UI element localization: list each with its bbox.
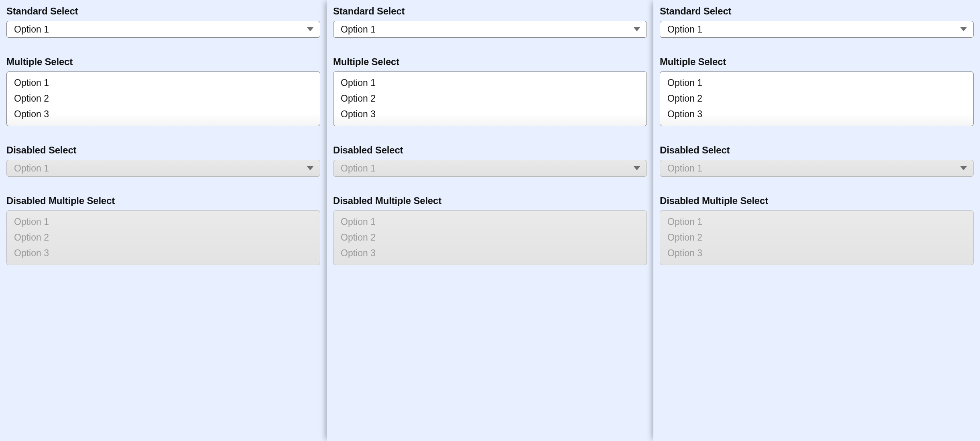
- disabled-select-label: Disabled Select: [333, 145, 647, 156]
- standard-select-value: Option 1: [341, 24, 376, 35]
- standard-select[interactable]: Option 1: [333, 21, 647, 38]
- disabled-multiple-select-group: Disabled Multiple Select Option 1 Option…: [6, 195, 320, 265]
- list-item[interactable]: Option 3: [336, 106, 644, 122]
- standard-select[interactable]: Option 1: [660, 21, 974, 38]
- standard-select-value: Option 1: [667, 24, 702, 35]
- multiple-select-group: Multiple Select Option 1 Option 2 Option…: [660, 56, 974, 126]
- list-item: Option 3: [9, 245, 317, 261]
- disabled-select-value: Option 1: [667, 163, 702, 174]
- disabled-multiple-select: Option 1 Option 2 Option 3: [333, 210, 647, 265]
- svg-marker-3: [634, 166, 640, 170]
- standard-select-group: Standard Select Option 1: [6, 6, 320, 38]
- multiple-select-label: Multiple Select: [333, 56, 647, 67]
- disabled-select-group: Disabled Select Option 1: [6, 145, 320, 177]
- chevron-down-icon: [633, 166, 641, 171]
- disabled-select-value: Option 1: [14, 163, 49, 174]
- disabled-select-group: Disabled Select Option 1: [660, 145, 974, 177]
- multiple-select[interactable]: Option 1 Option 2 Option 3: [660, 71, 974, 126]
- standard-select[interactable]: Option 1: [6, 21, 320, 38]
- column-3: Standard Select Option 1 Multiple Select…: [653, 0, 980, 441]
- list-item: Option 2: [9, 230, 317, 245]
- chevron-down-icon: [306, 27, 314, 32]
- list-item[interactable]: Option 1: [336, 75, 644, 91]
- list-item: Option 1: [9, 214, 317, 230]
- disabled-select-label: Disabled Select: [6, 145, 320, 156]
- disabled-multiple-select-group: Disabled Multiple Select Option 1 Option…: [660, 195, 974, 265]
- list-item: Option 2: [663, 230, 971, 245]
- column-2: Standard Select Option 1 Multiple Select…: [327, 0, 653, 441]
- chevron-down-icon: [960, 27, 968, 32]
- multiple-select-label: Multiple Select: [660, 56, 974, 67]
- multiple-select-group: Multiple Select Option 1 Option 2 Option…: [6, 56, 320, 126]
- standard-select-value: Option 1: [14, 24, 49, 35]
- list-item[interactable]: Option 3: [9, 106, 317, 122]
- list-item[interactable]: Option 1: [663, 75, 971, 91]
- chevron-down-icon: [960, 166, 968, 171]
- chevron-down-icon: [633, 27, 641, 32]
- multiple-select[interactable]: Option 1 Option 2 Option 3: [333, 71, 647, 126]
- multiple-select-label: Multiple Select: [6, 56, 320, 67]
- disabled-select: Option 1: [660, 160, 974, 177]
- multiple-select-group: Multiple Select Option 1 Option 2 Option…: [333, 56, 647, 126]
- standard-select-group: Standard Select Option 1: [660, 6, 974, 38]
- disabled-multiple-select: Option 1 Option 2 Option 3: [660, 210, 974, 265]
- standard-select-label: Standard Select: [333, 6, 647, 17]
- disabled-multiple-select: Option 1 Option 2 Option 3: [6, 210, 320, 265]
- disabled-select: Option 1: [333, 160, 647, 177]
- chevron-down-icon: [306, 166, 314, 171]
- svg-marker-1: [307, 166, 313, 170]
- list-item: Option 3: [336, 245, 644, 261]
- disabled-multiple-select-label: Disabled Multiple Select: [333, 195, 647, 206]
- multiple-select[interactable]: Option 1 Option 2 Option 3: [6, 71, 320, 126]
- disabled-multiple-select-label: Disabled Multiple Select: [660, 195, 974, 206]
- disabled-select-value: Option 1: [341, 163, 376, 174]
- svg-marker-2: [634, 27, 640, 31]
- svg-marker-0: [307, 27, 313, 31]
- list-item: Option 1: [663, 214, 971, 230]
- list-item[interactable]: Option 2: [9, 91, 317, 106]
- disabled-select: Option 1: [6, 160, 320, 177]
- svg-marker-5: [960, 166, 967, 170]
- svg-marker-4: [960, 27, 967, 31]
- list-item[interactable]: Option 2: [336, 91, 644, 106]
- column-1: Standard Select Option 1 Multiple Select…: [0, 0, 327, 441]
- list-item: Option 3: [663, 245, 971, 261]
- list-item[interactable]: Option 2: [663, 91, 971, 106]
- disabled-multiple-select-label: Disabled Multiple Select: [6, 195, 320, 206]
- standard-select-label: Standard Select: [660, 6, 974, 17]
- standard-select-group: Standard Select Option 1: [333, 6, 647, 38]
- disabled-select-group: Disabled Select Option 1: [333, 145, 647, 177]
- list-item: Option 1: [336, 214, 644, 230]
- standard-select-label: Standard Select: [6, 6, 320, 17]
- disabled-multiple-select-group: Disabled Multiple Select Option 1 Option…: [333, 195, 647, 265]
- list-item[interactable]: Option 1: [9, 75, 317, 91]
- disabled-select-label: Disabled Select: [660, 145, 974, 156]
- list-item[interactable]: Option 3: [663, 106, 971, 122]
- list-item: Option 2: [336, 230, 644, 245]
